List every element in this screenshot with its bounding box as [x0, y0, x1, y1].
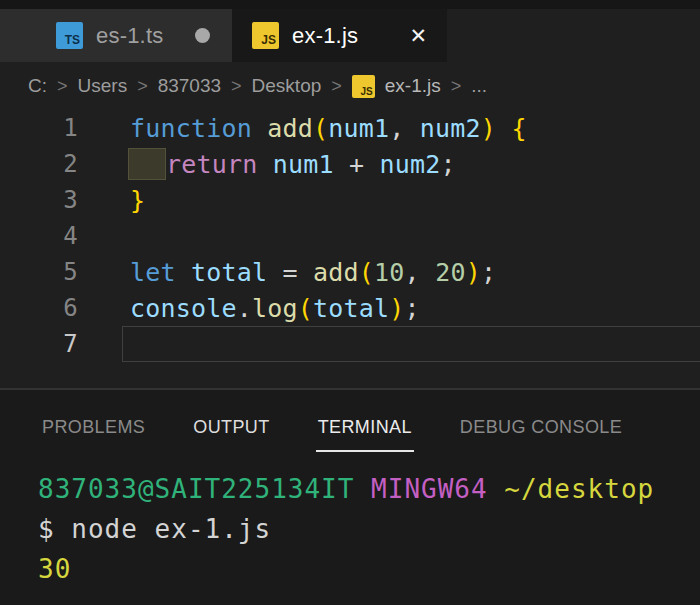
tab-es-1-ts[interactable]: TS es-1.ts — [0, 9, 232, 62]
code-token: num2 — [420, 114, 481, 143]
breadcrumb-item[interactable]: C: — [28, 75, 47, 97]
terminal-text — [488, 474, 505, 504]
terminal-text: MINGW64 — [371, 474, 488, 504]
current-line-border — [122, 326, 700, 362]
tab-label: es-1.ts — [96, 23, 163, 49]
code-token: console — [130, 294, 237, 323]
code-token — [258, 150, 273, 179]
code-line[interactable]: 6console.log(total); — [0, 290, 700, 326]
panel-tab-bar: PROBLEMSOUTPUTTERMINALDEBUG CONSOLE — [0, 390, 700, 456]
code-token: , — [389, 114, 420, 143]
terminal-text: $ node ex-1.js — [38, 514, 271, 544]
code-token: function — [130, 114, 252, 143]
javascript-file-icon: JS — [352, 75, 375, 98]
line-number: 5 — [0, 258, 78, 286]
code-line[interactable]: 7 — [0, 326, 700, 362]
code-line[interactable]: 4 — [0, 218, 700, 254]
code-token: + — [334, 150, 380, 179]
code-token: ) — [466, 258, 481, 287]
chevron-right-icon: > — [231, 76, 242, 97]
terminal-line: 30 — [38, 554, 700, 594]
chevron-right-icon: > — [57, 76, 68, 97]
breadcrumb-item-file[interactable]: ex-1.js — [385, 75, 441, 97]
line-number: 1 — [0, 114, 78, 142]
code-token: { — [511, 114, 526, 143]
modified-dot-icon[interactable] — [195, 28, 210, 43]
panel-tab-output[interactable]: OUTPUT — [191, 395, 271, 452]
code-token — [252, 114, 267, 143]
line-number: 2 — [0, 150, 78, 178]
panel-tab-problems[interactable]: PROBLEMS — [40, 395, 147, 452]
code-token: ; — [481, 258, 496, 287]
code-line-text: return num1 + num2; — [130, 148, 456, 180]
code-token: 10 — [374, 258, 405, 287]
terminal-text: ~/desktop — [504, 474, 654, 504]
panel-tab-debug-console[interactable]: DEBUG CONSOLE — [458, 395, 624, 452]
code-line-text: let total = add(10, 20); — [130, 258, 496, 287]
breadcrumb-item[interactable]: Users — [78, 75, 128, 97]
code-line-text: console.log(total); — [130, 294, 420, 323]
code-line[interactable]: 3} — [0, 182, 700, 218]
breadcrumb-item[interactable]: Desktop — [252, 75, 322, 97]
close-icon[interactable]: ✕ — [409, 25, 427, 46]
tab-label: ex-1.js — [292, 23, 358, 49]
panel-tab-terminal[interactable]: TERMINAL — [316, 395, 414, 452]
code-line[interactable]: 5let total = add(10, 20); — [0, 254, 700, 290]
code-token: add — [313, 258, 359, 287]
code-token: num2 — [380, 150, 441, 179]
code-token: , — [405, 258, 436, 287]
typescript-file-icon: TS — [56, 22, 83, 49]
code-token: 20 — [435, 258, 466, 287]
code-editor[interactable]: 1function add(num1, num2) {2return num1 … — [0, 110, 700, 388]
line-number: 6 — [0, 294, 78, 322]
code-token: let — [130, 258, 176, 287]
code-token: ; — [405, 294, 420, 323]
breadcrumb-item-more[interactable]: ... — [471, 75, 487, 97]
code-token: ; — [441, 150, 456, 179]
code-line-text: } — [130, 186, 145, 215]
breadcrumb: C:>Users>837033>Desktop>JSex-1.js>... — [0, 62, 700, 110]
terminal-text: 837033@SAIT225134IT — [38, 474, 354, 504]
code-token: num1 — [273, 150, 334, 179]
terminal-text: 30 — [38, 554, 71, 584]
line-number: 4 — [0, 222, 78, 250]
code-token — [496, 114, 511, 143]
code-token — [176, 258, 191, 287]
indent-highlight-box — [128, 148, 166, 180]
javascript-file-icon: JS — [252, 22, 279, 49]
code-token: log — [252, 294, 298, 323]
tab-bar-empty-space — [447, 9, 700, 62]
code-line[interactable]: 2return num1 + num2; — [0, 146, 700, 182]
code-line-text: function add(num1, num2) { — [130, 114, 527, 143]
code-token: ( — [359, 258, 374, 287]
code-token: } — [130, 186, 145, 215]
code-token: return — [166, 150, 258, 179]
code-token: = — [267, 258, 313, 287]
editor-tab-bar: TS es-1.ts JS ex-1.js ✕ — [0, 0, 700, 62]
code-token: total — [191, 258, 267, 287]
terminal-line: 837033@SAIT225134IT MINGW64 ~/desktop — [38, 474, 700, 514]
chevron-right-icon: > — [331, 76, 342, 97]
line-number: 7 — [0, 330, 78, 358]
code-token: total — [313, 294, 389, 323]
code-token: add — [267, 114, 313, 143]
terminal-line: $ node ex-1.js — [38, 514, 700, 554]
breadcrumb-item[interactable]: 837033 — [158, 75, 221, 97]
terminal-text — [354, 474, 371, 504]
bottom-panel: PROBLEMSOUTPUTTERMINALDEBUG CONSOLE 8370… — [0, 388, 700, 605]
code-line[interactable]: 1function add(num1, num2) { — [0, 110, 700, 146]
code-token: ) — [389, 294, 404, 323]
code-token: ( — [313, 114, 328, 143]
code-token: num1 — [328, 114, 389, 143]
chevron-right-icon: > — [451, 76, 462, 97]
tab-ex-1-js[interactable]: JS ex-1.js ✕ — [232, 9, 447, 62]
line-number: 3 — [0, 186, 78, 214]
code-token: . — [237, 294, 252, 323]
code-token: ( — [298, 294, 313, 323]
code-token: ) — [481, 114, 496, 143]
terminal[interactable]: 837033@SAIT225134IT MINGW64 ~/desktop$ n… — [0, 456, 700, 594]
chevron-right-icon: > — [137, 76, 148, 97]
